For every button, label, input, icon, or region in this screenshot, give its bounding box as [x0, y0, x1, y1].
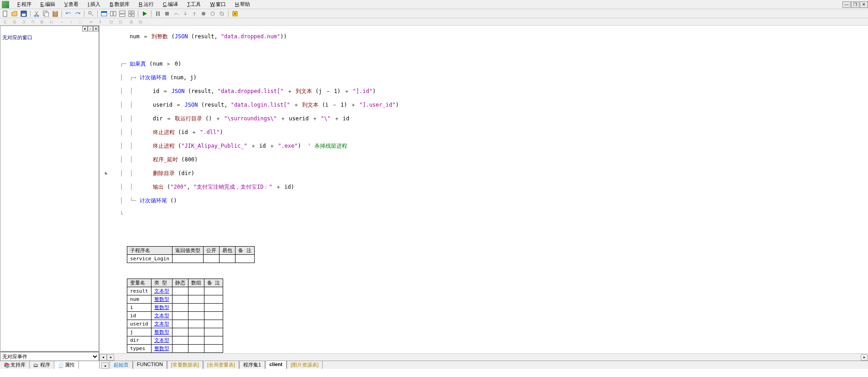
- same-height-icon[interactable]: ↕: [68, 19, 75, 25]
- variable-table: 变量名类 型静态数组备 注 result文本型num整数型i整数型id文本型us…: [127, 272, 223, 353]
- stop-icon[interactable]: [163, 10, 171, 17]
- editor-tab-3[interactable]: [全局变量表]: [203, 361, 239, 369]
- align-right-icon[interactable]: ⊐: [20, 19, 27, 25]
- unlock-icon[interactable]: ⊟: [137, 19, 144, 25]
- paste-icon[interactable]: [52, 10, 59, 17]
- open-file-icon[interactable]: [11, 10, 18, 17]
- menu-h[interactable]: H.帮助: [230, 0, 255, 9]
- align-center-h-icon[interactable]: ⊟: [11, 19, 18, 25]
- editor-tab-4[interactable]: 程序集1: [239, 361, 265, 369]
- scroll-left-icon[interactable]: ◂: [99, 354, 107, 361]
- bp-toggle-icon[interactable]: [209, 10, 216, 17]
- step-into-icon[interactable]: [182, 10, 189, 17]
- separator: [30, 10, 31, 17]
- event-select[interactable]: 无对应事件: [0, 352, 99, 361]
- align-top-icon[interactable]: ⊓: [29, 19, 37, 25]
- new-file-icon[interactable]: [2, 10, 9, 17]
- editor-tab-2[interactable]: [常量数据表]: [167, 361, 203, 369]
- menu-b[interactable]: B.数据库: [105, 0, 134, 9]
- close-button[interactable]: ✕: [860, 1, 868, 8]
- restore-button[interactable]: ❐: [851, 1, 859, 8]
- hspace-icon[interactable]: ⇔: [88, 19, 95, 25]
- center-h-icon[interactable]: ⊡: [108, 19, 115, 25]
- sidebar-tab-program[interactable]: 🗂程序: [30, 361, 54, 369]
- panel-close-icon[interactable]: ✕: [93, 26, 99, 31]
- svg-rect-12: [101, 11, 107, 13]
- arrow-marker-icon: ◣: [105, 169, 108, 176]
- editor-tab-1[interactable]: FUNCTION: [133, 361, 167, 369]
- split-h-icon[interactable]: [110, 10, 117, 17]
- table-row[interactable]: dir文本型: [127, 336, 223, 345]
- table-row[interactable]: i整数型: [127, 304, 223, 312]
- svg-rect-20: [132, 14, 134, 16]
- table-row[interactable]: num整数型: [127, 295, 223, 304]
- vspace-icon[interactable]: ⇕: [97, 19, 104, 25]
- menu-v[interactable]: V.查看: [60, 0, 83, 9]
- menu-r[interactable]: R.运行: [134, 0, 158, 9]
- find-icon[interactable]: [87, 10, 94, 17]
- same-width-icon[interactable]: ↔: [58, 19, 66, 25]
- cut-icon[interactable]: [33, 10, 41, 17]
- panel-dropdown-icon[interactable]: ▾: [82, 26, 88, 31]
- code-editor[interactable]: num ＝ 到整数 (JSON (result, "data.dropped.n…: [99, 26, 868, 353]
- svg-rect-13: [110, 11, 113, 16]
- minimize-button[interactable]: —: [842, 1, 851, 8]
- editor-tab-0[interactable]: 起始页: [110, 361, 133, 369]
- menu-c[interactable]: C.编译: [158, 0, 183, 9]
- table-row[interactable]: id文本型: [127, 312, 223, 320]
- undo-icon[interactable]: [65, 10, 72, 17]
- horizontal-scrollbar[interactable]: ◂ ◂ ▸: [99, 353, 868, 361]
- breakpoint-icon[interactable]: [200, 10, 207, 17]
- run-icon[interactable]: [141, 10, 148, 17]
- scroll-right-icon[interactable]: ▸: [861, 354, 868, 361]
- menu-t[interactable]: T.工具: [183, 0, 206, 9]
- panel-pin-icon[interactable]: ▫: [88, 26, 93, 31]
- table-row[interactable]: userid文本型: [127, 320, 223, 328]
- align-left-icon[interactable]: ⊏: [2, 19, 9, 25]
- redo-icon[interactable]: [74, 10, 81, 17]
- tab-nav-left-icon[interactable]: ◂: [101, 362, 109, 369]
- bp-clear-icon[interactable]: [218, 10, 225, 17]
- main-toolbar: [0, 9, 868, 18]
- compile-icon[interactable]: [231, 10, 239, 17]
- step-over-icon[interactable]: [173, 10, 180, 17]
- separator: [84, 10, 84, 17]
- svg-rect-15: [120, 11, 125, 13]
- svg-rect-19: [129, 14, 131, 16]
- editor-tab-6[interactable]: [图片资源表]: [287, 361, 323, 369]
- svg-rect-0: [3, 11, 7, 16]
- scroll-left2-icon[interactable]: ◂: [107, 354, 114, 361]
- table-row[interactable]: j整数型: [127, 328, 223, 336]
- split-v-icon[interactable]: [119, 10, 126, 17]
- editor-wrap: num ＝ 到整数 (JSON (result, "data.dropped.n…: [99, 26, 868, 369]
- pause-icon[interactable]: [154, 10, 162, 17]
- svg-rect-23: [165, 12, 169, 15]
- table-row[interactable]: types整数型: [127, 345, 223, 353]
- sidebar-tab-support-lib[interactable]: 📚支持库: [0, 361, 30, 369]
- menu-e[interactable]: E.编辑: [36, 0, 60, 9]
- app-logo-icon: [2, 1, 9, 8]
- table-row[interactable]: service_Login: [127, 255, 255, 263]
- svg-point-9: [89, 11, 91, 14]
- same-size-icon[interactable]: ⬚: [77, 19, 84, 25]
- svg-rect-17: [129, 11, 131, 13]
- table-row[interactable]: result文本型: [127, 287, 223, 295]
- copy-icon[interactable]: [42, 10, 50, 17]
- lock-icon[interactable]: ⊞: [128, 19, 135, 25]
- center-v-icon[interactable]: ⊡: [117, 19, 124, 25]
- menu-f[interactable]: F.程序: [13, 0, 36, 9]
- align-bottom-icon[interactable]: ⊔: [47, 19, 55, 25]
- align-center-v-icon[interactable]: ⊞: [38, 19, 46, 25]
- menu-w[interactable]: W.窗口: [205, 0, 230, 9]
- step-out-icon[interactable]: [191, 10, 198, 17]
- menu-i[interactable]: I.插入: [83, 0, 105, 9]
- sidebar-tab-properties[interactable]: 🧾属性: [54, 361, 79, 369]
- separator: [97, 10, 98, 17]
- svg-rect-21: [156, 11, 157, 16]
- svg-rect-2: [22, 14, 26, 16]
- editor-tab-5[interactable]: client: [265, 361, 287, 369]
- grid-icon[interactable]: [128, 10, 135, 17]
- main-area: ▾ ▫ ✕ 无对应的窗口 无对应事件 📚支持库 🗂程序 🧾属性 num ＝ 到整…: [0, 26, 868, 369]
- save-icon[interactable]: [20, 10, 27, 17]
- window-icon[interactable]: [100, 10, 108, 17]
